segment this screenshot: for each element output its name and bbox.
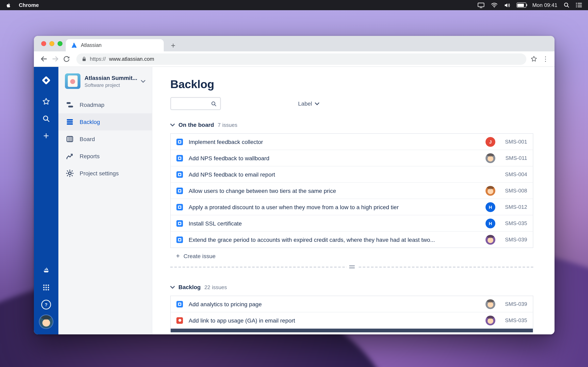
issue-row[interactable]: Extend the grace period to accounts with…: [171, 231, 533, 248]
section-resize-handle[interactable]: [346, 264, 357, 269]
issue-type-icon: [176, 187, 183, 194]
create-issue-button[interactable]: + Create issue: [170, 249, 533, 263]
sidebar-item-project-settings[interactable]: Project settings: [58, 165, 152, 182]
sidebar-item-label: Project settings: [80, 170, 119, 176]
issue-type-icon: [176, 317, 183, 324]
menu-bar-clock[interactable]: Mon 09:41: [532, 2, 557, 8]
board-issue-list: Implement feedback collector J SMS-001 A…: [170, 133, 533, 248]
sidebar-item-roadmap[interactable]: Roadmap: [58, 96, 152, 113]
sidebar-item-board[interactable]: Board: [58, 131, 152, 148]
app-switcher-button[interactable]: [38, 280, 54, 295]
assignee-avatar[interactable]: [485, 315, 495, 325]
issue-row[interactable]: Apply a prorated discount to a user when…: [171, 199, 533, 215]
collapse-section-chevron[interactable]: [170, 286, 175, 289]
board-search[interactable]: [170, 97, 221, 110]
bookmark-star-icon[interactable]: [530, 55, 537, 62]
spotlight-search-icon[interactable]: [563, 2, 570, 8]
gear-icon: [66, 169, 74, 177]
assignee-avatar[interactable]: J: [485, 137, 495, 147]
jira-app: + ?: [34, 67, 554, 334]
jira-logo[interactable]: [38, 73, 54, 88]
issue-key: SMS-035: [501, 317, 527, 323]
assignee-avatar[interactable]: H: [485, 202, 495, 212]
issue-key: SMS-012: [501, 204, 527, 210]
ship-button[interactable]: [38, 263, 54, 278]
window-controls: [41, 41, 62, 46]
address-bar[interactable]: https:// www.atlassian.com: [76, 53, 526, 65]
issue-title: Extend the grace period to accounts with…: [189, 236, 481, 243]
project-switcher[interactable]: Atlassian Summit... Software project: [58, 73, 152, 96]
project-type: Software project: [85, 82, 137, 88]
screen-mirroring-icon[interactable]: [477, 2, 484, 8]
issue-key: SMS-011: [501, 155, 527, 161]
battery-icon[interactable]: [516, 2, 526, 8]
volume-icon[interactable]: [504, 2, 510, 8]
zoom-window-button[interactable]: [58, 41, 62, 46]
issue-title: Apply a prorated discount to a user when…: [189, 204, 481, 210]
clipped-issue-row: [170, 329, 533, 332]
url-scheme: https://: [90, 56, 106, 62]
reports-icon: [66, 152, 74, 160]
sidebar-item-backlog[interactable]: Backlog: [58, 113, 152, 131]
create-issue-label: Create issue: [183, 253, 216, 259]
sidebar-item-label: Roadmap: [80, 101, 104, 108]
page-title: Backlog: [170, 77, 533, 91]
issue-row[interactable]: Add NPS feedback to email report SMS-004: [171, 166, 533, 182]
issue-row[interactable]: Implement feedback collector J SMS-001: [171, 134, 533, 150]
sidebar-item-label: Board: [80, 136, 95, 142]
chevron-down-icon: [315, 102, 320, 105]
reload-button[interactable]: [61, 53, 72, 65]
tab-strip: Atlassian +: [34, 36, 554, 51]
apple-icon: [6, 2, 11, 8]
menu-list-icon[interactable]: [576, 2, 582, 8]
issue-row[interactable]: Add link to app usage (GA) in email repo…: [171, 312, 533, 328]
browser-toolbar: https:// www.atlassian.com ⋮: [34, 51, 554, 67]
assignee-avatar[interactable]: [485, 299, 495, 309]
assignee-avatar[interactable]: H: [485, 218, 495, 228]
grid-icon: [43, 284, 49, 291]
profile-button[interactable]: [38, 314, 54, 329]
lock-icon: [82, 56, 86, 62]
sidebar-item-label: Backlog: [80, 119, 100, 125]
search-button[interactable]: [38, 111, 54, 126]
assignee-avatar[interactable]: [485, 186, 495, 196]
section-issue-count: 7 issues: [218, 122, 237, 128]
filter-avatar[interactable]: +: [275, 98, 287, 110]
issue-title: Add link to app usage (GA) in email repo…: [189, 317, 481, 324]
issue-row[interactable]: Install SSL certificate H SMS-035: [171, 215, 533, 231]
assignee-filter-avatars: H J +: [228, 98, 287, 110]
issue-row[interactable]: Add NPS feedback to wallboard SMS-011: [171, 150, 533, 166]
board-search-input[interactable]: [174, 100, 209, 107]
new-tab-button[interactable]: +: [168, 40, 178, 50]
star-icon: [42, 98, 50, 106]
issue-key: SMS-008: [501, 188, 527, 194]
issue-type-icon: [176, 220, 183, 226]
issue-title: Add NPS feedback to wallboard: [189, 155, 481, 161]
issue-row[interactable]: Add analytics to pricing page SMS-039: [171, 296, 533, 312]
help-button[interactable]: ?: [38, 297, 54, 312]
issue-title: Add analytics to pricing page: [189, 301, 481, 307]
apple-menu[interactable]: [6, 2, 11, 8]
issue-row[interactable]: Allow users to change between two tiers …: [171, 182, 533, 199]
starred-button[interactable]: [38, 94, 54, 109]
wifi-icon[interactable]: [491, 2, 498, 8]
menu-app-name[interactable]: Chrome: [19, 2, 39, 8]
issue-type-icon: [176, 204, 183, 210]
create-button[interactable]: +: [38, 128, 54, 143]
filter-bar: H J + Label: [170, 97, 533, 110]
assignee-avatar[interactable]: [485, 235, 495, 244]
forward-button[interactable]: [49, 53, 61, 65]
back-button[interactable]: [38, 53, 49, 65]
backlog-issue-list: Add analytics to pricing page SMS-039 Ad…: [170, 296, 533, 329]
close-window-button[interactable]: [41, 41, 46, 46]
issue-key: SMS-039: [501, 236, 527, 243]
issue-type-icon: [176, 236, 183, 243]
minimize-window-button[interactable]: [49, 41, 54, 46]
label-filter-dropdown[interactable]: Label: [298, 100, 320, 107]
collapse-section-chevron[interactable]: [170, 123, 175, 126]
assignee-avatar[interactable]: [485, 153, 495, 163]
browser-menu-icon[interactable]: ⋮: [542, 56, 549, 62]
browser-tab[interactable]: Atlassian: [66, 39, 164, 51]
sidebar-item-reports[interactable]: Reports: [58, 148, 152, 165]
backlog-icon: [66, 118, 74, 126]
